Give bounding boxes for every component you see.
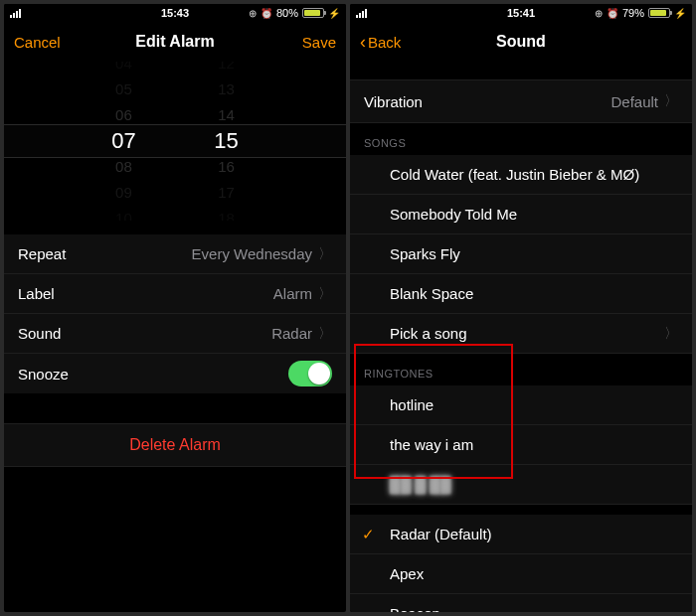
sound-row[interactable]: Sound Radar〉 (4, 314, 346, 354)
ringtone-item[interactable]: hotline (350, 385, 692, 425)
ringtone-item[interactable]: the way i am (350, 425, 692, 465)
vibration-value: Default (610, 93, 658, 110)
location-icon: ⊕ (595, 8, 603, 19)
alarm-settings-group: Repeat Every Wednesday〉 Label Alarm〉 Sou… (4, 234, 346, 393)
charging-icon: ⚡ (674, 8, 686, 19)
save-button[interactable]: Save (302, 34, 336, 51)
snooze-label: Snooze (18, 366, 69, 383)
hour-wheel[interactable]: 04 05 06 07 08 09 10 (73, 62, 175, 221)
ringtone-item[interactable]: Apex (350, 554, 692, 594)
pick-a-song-row[interactable]: Pick a song 〉 (350, 314, 692, 354)
battery-percent: 79% (622, 7, 644, 19)
ringtones-header: RINGTONES (350, 354, 692, 385)
signal-icon (356, 9, 367, 18)
phone-edit-alarm: 15:43 ⊕ ⏰ 80% ⚡ Cancel Edit Alarm Save 0… (4, 4, 346, 612)
repeat-label: Repeat (18, 245, 66, 262)
status-bar: 15:41 ⊕ ⏰ 79% ⚡ (350, 4, 692, 22)
signal-icon (10, 9, 21, 18)
location-icon: ⊕ (249, 8, 257, 19)
minute-wheel[interactable]: 12 13 14 15 16 17 18 (175, 62, 277, 221)
chevron-right-icon: 〉 (318, 325, 332, 343)
battery-percent: 80% (276, 7, 298, 19)
ringtone-item[interactable]: Beacon (350, 594, 692, 612)
cancel-button[interactable]: Cancel (14, 34, 61, 51)
nav-title: Sound (496, 33, 546, 51)
songs-header: SONGS (350, 123, 692, 155)
check-icon: ✓ (362, 526, 375, 543)
time-picker[interactable]: 04 05 06 07 08 09 10 12 13 14 15 16 17 1… (4, 62, 346, 221)
label-row[interactable]: Label Alarm〉 (4, 274, 346, 314)
nav-bar: Cancel Edit Alarm Save (4, 22, 346, 62)
ringtone-item-redacted[interactable]: ██ █ ██ (350, 465, 692, 505)
chevron-right-icon: 〉 (664, 92, 678, 110)
charging-icon: ⚡ (328, 8, 340, 19)
battery-icon (648, 8, 670, 18)
song-item[interactable]: Somebody Told Me (350, 195, 692, 234)
battery-icon (302, 8, 324, 18)
chevron-left-icon: ‹ (360, 33, 366, 51)
status-time: 15:41 (507, 7, 535, 19)
snooze-toggle[interactable] (288, 361, 332, 386)
status-time: 15:43 (161, 7, 189, 19)
song-item[interactable]: Sparks Fly (350, 234, 692, 274)
alarm-icon: ⏰ (607, 8, 618, 19)
vibration-row[interactable]: Vibration Default〉 (350, 79, 692, 123)
phone-sound: 15:41 ⊕ ⏰ 79% ⚡ ‹ Back Sound Vibration D… (350, 4, 692, 612)
chevron-right-icon: 〉 (318, 285, 332, 303)
snooze-row: Snooze (4, 354, 346, 393)
nav-title: Edit Alarm (135, 33, 214, 51)
vibration-label: Vibration (364, 93, 423, 110)
status-bar: 15:43 ⊕ ⏰ 80% ⚡ (4, 4, 346, 22)
song-item[interactable]: Blank Space (350, 274, 692, 314)
repeat-value: Every Wednesday (192, 245, 312, 262)
back-button[interactable]: ‹ Back (360, 33, 401, 51)
repeat-row[interactable]: Repeat Every Wednesday〉 (4, 234, 346, 274)
chevron-right-icon: 〉 (664, 325, 678, 343)
alarm-icon: ⏰ (261, 8, 272, 19)
sound-label: Sound (18, 325, 61, 342)
label-value: Alarm (273, 285, 312, 302)
ringtone-item-selected[interactable]: ✓ Radar (Default) (350, 515, 692, 554)
chevron-right-icon: 〉 (318, 245, 332, 263)
nav-bar: ‹ Back Sound (350, 22, 692, 62)
delete-alarm-button[interactable]: Delete Alarm (4, 423, 346, 467)
sound-value: Radar (271, 325, 312, 342)
label-label: Label (18, 285, 55, 302)
song-item[interactable]: Cold Water (feat. Justin Bieber & MØ) (350, 155, 692, 195)
